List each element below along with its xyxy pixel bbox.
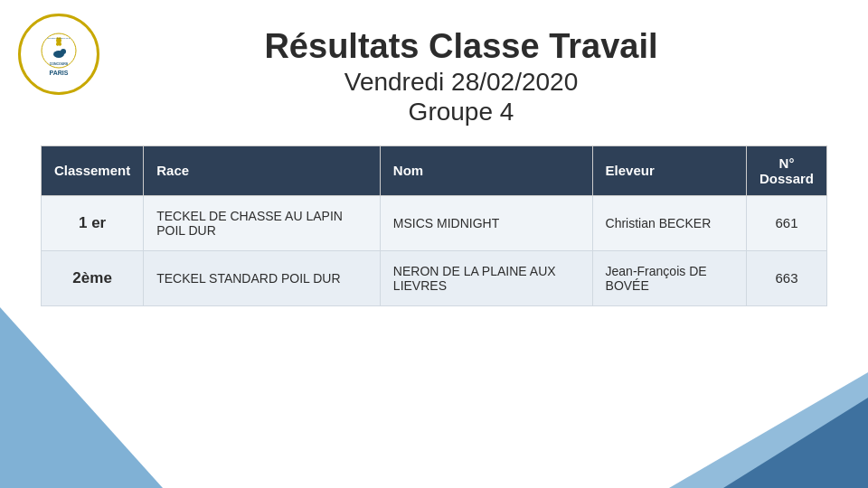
svg-point-6: [61, 49, 66, 54]
page-wrapper: CONCOURS GÉNÉRAL AGRICOLE PARIS Résultat…: [0, 0, 868, 488]
cell-dossard: 661: [746, 195, 826, 250]
svg-text:GÉNÉRAL AGRICOLE: GÉNÉRAL AGRICOLE: [47, 37, 71, 40]
header-race: Race: [144, 145, 381, 195]
main-title: Résultats Classe Travail: [264, 27, 657, 67]
cell-race: TECKEL STANDARD POIL DUR: [144, 250, 381, 305]
subtitle-date: Vendredi 28/02/2020: [264, 67, 657, 98]
cell-classement: 1 er: [42, 195, 144, 250]
header-dossard: N° Dossard: [746, 145, 826, 195]
table-row: 1 erTECKEL DE CHASSE AU LAPIN POIL DURMS…: [42, 195, 827, 250]
cell-race: TECKEL DE CHASSE AU LAPIN POIL DUR: [144, 195, 381, 250]
cell-eleveur: Christian BECKER: [592, 195, 746, 250]
cell-dossard: 663: [746, 250, 826, 305]
header-eleveur: Eleveur: [592, 145, 746, 195]
table-header-row: Classement Race Nom Eleveur N° Dossard: [42, 145, 827, 195]
logo-text-paris: PARIS: [50, 70, 69, 77]
header-classement: Classement: [42, 145, 144, 195]
subtitle-groupe: Groupe 4: [264, 97, 657, 127]
cell-eleveur: Jean-François DE BOVÉE: [592, 250, 746, 305]
title-section: Résultats Classe Travail Vendredi 28/02/…: [264, 27, 657, 127]
results-table-container: Classement Race Nom Eleveur N° Dossard 1…: [41, 145, 827, 306]
cell-classement: 2ème: [42, 250, 144, 305]
cell-nom: MSICS MIDNIGHT: [380, 195, 592, 250]
svg-text:CONCOURS: CONCOURS: [50, 62, 69, 66]
logo-container: CONCOURS GÉNÉRAL AGRICOLE PARIS: [18, 14, 99, 95]
table-row: 2èmeTECKEL STANDARD POIL DURNERON DE LA …: [42, 250, 827, 305]
logo-emblem-svg: CONCOURS GÉNÉRAL AGRICOLE: [41, 33, 77, 69]
results-table: Classement Race Nom Eleveur N° Dossard 1…: [41, 145, 827, 306]
header-nom: Nom: [380, 145, 592, 195]
cell-nom: NERON DE LA PLAINE AUX LIEVRES: [380, 250, 592, 305]
logo-circle: CONCOURS GÉNÉRAL AGRICOLE PARIS: [18, 14, 99, 95]
